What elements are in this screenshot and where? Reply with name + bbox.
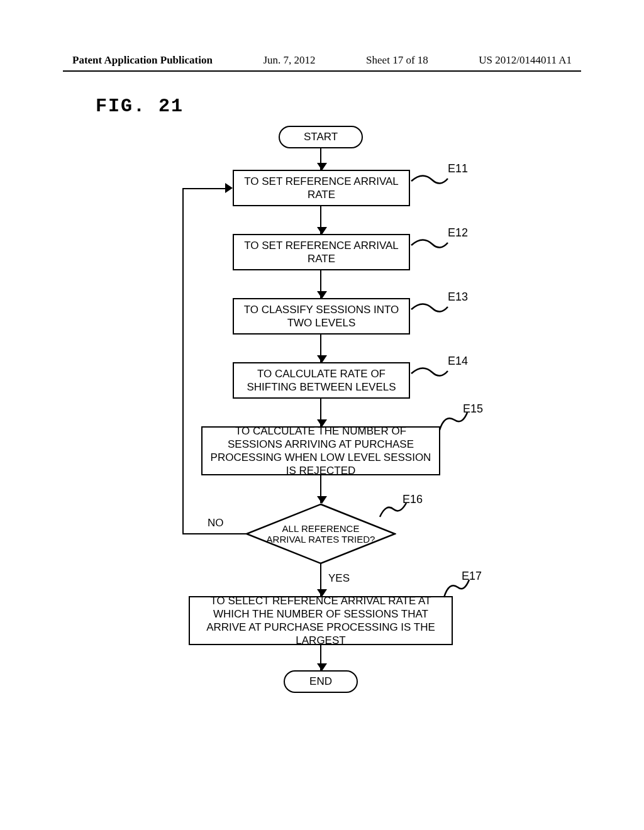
arrow (320, 399, 321, 426)
end-label: END (309, 675, 332, 688)
process-text: TO CALCULATE RATE OF SHIFTING BETWEEN LE… (239, 367, 404, 394)
figure-title: FIG. 21 (96, 96, 184, 117)
arrow (320, 645, 321, 670)
process-text: TO SET REFERENCE ARRIVAL RATE (239, 175, 404, 202)
hook-icon (441, 577, 470, 599)
arrow (320, 563, 321, 596)
hook-icon (410, 170, 449, 189)
process-e12: TO SET REFERENCE ARRIVAL RATE (233, 234, 410, 270)
end-terminator: END (284, 670, 358, 693)
no-label: NO (208, 517, 224, 529)
step-label-e12: E12 (448, 226, 468, 240)
start-label: START (304, 131, 338, 143)
process-e17: TO SELECT REFERENCE ARRIVAL RATE AT WHIC… (189, 596, 453, 645)
hook-icon (410, 298, 449, 317)
process-text: TO CALCULATE THE NUMBER OF SESSIONS ARRI… (208, 424, 434, 478)
process-text: TO CLASSIFY SESSIONS INTO TWO LEVELS (239, 303, 404, 330)
process-text: TO SET REFERENCE ARRIVAL RATE (239, 239, 404, 266)
step-label-e13: E13 (448, 290, 468, 304)
hook-icon (410, 234, 449, 253)
arrow (320, 148, 321, 170)
decision-e16: ALL REFERENCE ARRIVAL RATES TRIED? (245, 503, 396, 565)
yes-label: YES (328, 572, 350, 585)
loop-line (182, 533, 247, 534)
loop-line (182, 188, 225, 189)
arrow (320, 335, 321, 362)
arrow-head-icon (225, 183, 233, 193)
hook-icon (379, 501, 408, 519)
process-e11: TO SET REFERENCE ARRIVAL RATE (233, 170, 410, 206)
pub-number: US 2012/0144011 A1 (479, 54, 572, 67)
sheet-number: Sheet 17 of 18 (366, 54, 428, 67)
arrow (320, 475, 321, 503)
start-terminator: START (279, 126, 363, 148)
arrow (320, 270, 321, 298)
decision-text: ALL REFERENCE ARRIVAL RATES TRIED? (264, 523, 377, 545)
loop-line (182, 188, 184, 534)
header-rule (63, 70, 581, 72)
hook-icon (437, 410, 469, 431)
arrow (320, 206, 321, 234)
process-e13: TO CLASSIFY SESSIONS INTO TWO LEVELS (233, 298, 410, 335)
hook-icon (410, 362, 449, 381)
process-e14: TO CALCULATE RATE OF SHIFTING BETWEEN LE… (233, 362, 410, 399)
step-label-e11: E11 (448, 162, 468, 175)
process-text: TO SELECT REFERENCE ARRIVAL RATE AT WHIC… (195, 594, 447, 648)
pub-date: Jun. 7, 2012 (263, 54, 315, 67)
patent-pub-label: Patent Application Publication (72, 54, 213, 67)
process-e15: TO CALCULATE THE NUMBER OF SESSIONS ARRI… (201, 426, 440, 475)
page-header: Patent Application Publication Jun. 7, 2… (0, 54, 644, 67)
step-label-e14: E14 (448, 355, 468, 368)
